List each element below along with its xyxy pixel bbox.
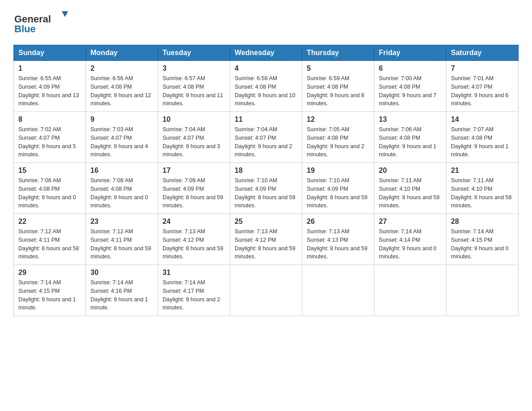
day-number: 29 bbox=[18, 269, 81, 277]
day-info: Sunrise: 7:10 AMSunset: 4:09 PMDaylight:… bbox=[307, 176, 369, 210]
calendar-day-cell: 7 Sunrise: 7:01 AMSunset: 4:07 PMDayligh… bbox=[446, 61, 519, 112]
day-number: 30 bbox=[90, 269, 153, 277]
page-header: General Blue bbox=[13, 9, 519, 36]
day-number: 20 bbox=[379, 167, 442, 175]
day-number: 23 bbox=[90, 218, 153, 226]
calendar-day-cell: 16 Sunrise: 7:08 AMSunset: 4:08 PMDaylig… bbox=[86, 163, 158, 214]
weekday-header-thursday: Thursday bbox=[302, 45, 374, 61]
calendar-day-cell: 30 Sunrise: 7:14 AMSunset: 4:16 PMDaylig… bbox=[86, 265, 158, 316]
day-info: Sunrise: 7:04 AMSunset: 4:07 PMDaylight:… bbox=[163, 125, 225, 159]
calendar-week-row: 22 Sunrise: 7:12 AMSunset: 4:11 PMDaylig… bbox=[14, 214, 519, 265]
calendar-day-cell bbox=[446, 265, 519, 316]
day-number: 19 bbox=[307, 167, 369, 175]
weekday-header-sunday: Sunday bbox=[14, 45, 86, 61]
calendar-week-row: 8 Sunrise: 7:02 AMSunset: 4:07 PMDayligh… bbox=[14, 112, 519, 163]
day-info: Sunrise: 7:09 AMSunset: 4:09 PMDaylight:… bbox=[163, 176, 225, 210]
calendar-day-cell: 5 Sunrise: 6:59 AMSunset: 4:08 PMDayligh… bbox=[302, 61, 374, 112]
day-info: Sunrise: 7:13 AMSunset: 4:13 PMDaylight:… bbox=[307, 227, 369, 261]
day-info: Sunrise: 6:57 AMSunset: 4:08 PMDaylight:… bbox=[163, 74, 225, 108]
calendar-table: SundayMondayTuesdayWednesdayThursdayFrid… bbox=[13, 45, 519, 316]
day-info: Sunrise: 7:12 AMSunset: 4:11 PMDaylight:… bbox=[18, 227, 81, 261]
calendar-day-cell: 28 Sunrise: 7:14 AMSunset: 4:15 PMDaylig… bbox=[446, 214, 519, 265]
day-number: 25 bbox=[235, 218, 297, 226]
weekday-header-monday: Monday bbox=[86, 45, 158, 61]
day-info: Sunrise: 7:10 AMSunset: 4:09 PMDaylight:… bbox=[235, 176, 297, 210]
day-number: 31 bbox=[163, 269, 225, 277]
calendar-day-cell: 13 Sunrise: 7:06 AMSunset: 4:08 PMDaylig… bbox=[374, 112, 446, 163]
day-number: 27 bbox=[379, 218, 442, 226]
day-number: 7 bbox=[451, 64, 514, 73]
day-info: Sunrise: 7:01 AMSunset: 4:07 PMDaylight:… bbox=[451, 74, 514, 108]
day-number: 28 bbox=[451, 218, 514, 226]
calendar-day-cell: 29 Sunrise: 7:14 AMSunset: 4:15 PMDaylig… bbox=[14, 265, 86, 316]
logo-svg: General Blue bbox=[13, 9, 72, 36]
calendar-day-cell: 11 Sunrise: 7:04 AMSunset: 4:07 PMDaylig… bbox=[230, 112, 302, 163]
logo: General Blue bbox=[13, 9, 72, 36]
weekday-header-friday: Friday bbox=[374, 45, 446, 61]
calendar-day-cell: 18 Sunrise: 7:10 AMSunset: 4:09 PMDaylig… bbox=[230, 163, 302, 214]
day-info: Sunrise: 6:58 AMSunset: 4:08 PMDaylight:… bbox=[235, 74, 297, 108]
day-number: 18 bbox=[235, 167, 297, 175]
day-info: Sunrise: 7:08 AMSunset: 4:08 PMDaylight:… bbox=[90, 176, 153, 210]
day-info: Sunrise: 7:11 AMSunset: 4:10 PMDaylight:… bbox=[451, 176, 514, 210]
calendar-day-cell: 26 Sunrise: 7:13 AMSunset: 4:13 PMDaylig… bbox=[302, 214, 374, 265]
calendar-day-cell: 17 Sunrise: 7:09 AMSunset: 4:09 PMDaylig… bbox=[158, 163, 230, 214]
day-number: 1 bbox=[18, 64, 81, 73]
day-info: Sunrise: 6:59 AMSunset: 4:08 PMDaylight:… bbox=[307, 74, 369, 108]
calendar-day-cell: 22 Sunrise: 7:12 AMSunset: 4:11 PMDaylig… bbox=[14, 214, 86, 265]
calendar-day-cell bbox=[302, 265, 374, 316]
calendar-day-cell: 19 Sunrise: 7:10 AMSunset: 4:09 PMDaylig… bbox=[302, 163, 374, 214]
calendar-header-row: SundayMondayTuesdayWednesdayThursdayFrid… bbox=[14, 45, 519, 61]
day-number: 26 bbox=[307, 218, 369, 226]
day-number: 15 bbox=[18, 167, 81, 175]
day-info: Sunrise: 7:08 AMSunset: 4:08 PMDaylight:… bbox=[18, 176, 81, 210]
day-info: Sunrise: 7:13 AMSunset: 4:12 PMDaylight:… bbox=[235, 227, 297, 261]
weekday-header-tuesday: Tuesday bbox=[158, 45, 230, 61]
day-info: Sunrise: 7:14 AMSunset: 4:16 PMDaylight:… bbox=[90, 278, 153, 312]
day-info: Sunrise: 7:06 AMSunset: 4:08 PMDaylight:… bbox=[379, 125, 442, 159]
calendar-week-row: 29 Sunrise: 7:14 AMSunset: 4:15 PMDaylig… bbox=[14, 265, 519, 316]
calendar-day-cell: 14 Sunrise: 7:07 AMSunset: 4:08 PMDaylig… bbox=[446, 112, 519, 163]
day-number: 22 bbox=[18, 218, 81, 226]
day-info: Sunrise: 7:02 AMSunset: 4:07 PMDaylight:… bbox=[18, 125, 81, 159]
svg-text:Blue: Blue bbox=[14, 23, 36, 34]
day-number: 13 bbox=[379, 116, 442, 124]
day-info: Sunrise: 7:12 AMSunset: 4:11 PMDaylight:… bbox=[90, 227, 153, 261]
calendar-day-cell: 27 Sunrise: 7:14 AMSunset: 4:14 PMDaylig… bbox=[374, 214, 446, 265]
calendar-day-cell: 4 Sunrise: 6:58 AMSunset: 4:08 PMDayligh… bbox=[230, 61, 302, 112]
day-info: Sunrise: 7:14 AMSunset: 4:17 PMDaylight:… bbox=[163, 278, 225, 312]
calendar-day-cell: 12 Sunrise: 7:05 AMSunset: 4:08 PMDaylig… bbox=[302, 112, 374, 163]
day-number: 10 bbox=[163, 116, 225, 124]
day-info: Sunrise: 6:56 AMSunset: 4:08 PMDaylight:… bbox=[90, 74, 153, 108]
day-info: Sunrise: 7:00 AMSunset: 4:08 PMDaylight:… bbox=[379, 74, 442, 108]
day-number: 16 bbox=[90, 167, 153, 175]
day-number: 14 bbox=[451, 116, 514, 124]
day-number: 9 bbox=[90, 116, 153, 124]
calendar-day-cell: 25 Sunrise: 7:13 AMSunset: 4:12 PMDaylig… bbox=[230, 214, 302, 265]
calendar-day-cell: 20 Sunrise: 7:11 AMSunset: 4:10 PMDaylig… bbox=[374, 163, 446, 214]
calendar-day-cell: 6 Sunrise: 7:00 AMSunset: 4:08 PMDayligh… bbox=[374, 61, 446, 112]
day-info: Sunrise: 7:13 AMSunset: 4:12 PMDaylight:… bbox=[163, 227, 225, 261]
day-info: Sunrise: 7:14 AMSunset: 4:14 PMDaylight:… bbox=[379, 227, 442, 261]
calendar-day-cell: 24 Sunrise: 7:13 AMSunset: 4:12 PMDaylig… bbox=[158, 214, 230, 265]
calendar-day-cell: 2 Sunrise: 6:56 AMSunset: 4:08 PMDayligh… bbox=[86, 61, 158, 112]
day-info: Sunrise: 7:14 AMSunset: 4:15 PMDaylight:… bbox=[18, 278, 81, 312]
day-info: Sunrise: 7:07 AMSunset: 4:08 PMDaylight:… bbox=[451, 125, 514, 159]
day-info: Sunrise: 7:05 AMSunset: 4:08 PMDaylight:… bbox=[307, 125, 369, 159]
calendar-week-row: 15 Sunrise: 7:08 AMSunset: 4:08 PMDaylig… bbox=[14, 163, 519, 214]
calendar-day-cell bbox=[374, 265, 446, 316]
day-info: Sunrise: 7:04 AMSunset: 4:07 PMDaylight:… bbox=[235, 125, 297, 159]
calendar-day-cell: 15 Sunrise: 7:08 AMSunset: 4:08 PMDaylig… bbox=[14, 163, 86, 214]
day-info: Sunrise: 7:11 AMSunset: 4:10 PMDaylight:… bbox=[379, 176, 442, 210]
calendar-day-cell: 21 Sunrise: 7:11 AMSunset: 4:10 PMDaylig… bbox=[446, 163, 519, 214]
calendar-day-cell: 3 Sunrise: 6:57 AMSunset: 4:08 PMDayligh… bbox=[158, 61, 230, 112]
day-number: 5 bbox=[307, 64, 369, 73]
day-number: 4 bbox=[235, 64, 297, 73]
svg-marker-1 bbox=[62, 11, 68, 17]
weekday-header-saturday: Saturday bbox=[446, 45, 519, 61]
day-number: 24 bbox=[163, 218, 225, 226]
day-number: 6 bbox=[379, 64, 442, 73]
day-info: Sunrise: 7:14 AMSunset: 4:15 PMDaylight:… bbox=[451, 227, 514, 261]
day-number: 21 bbox=[451, 167, 514, 175]
calendar-day-cell: 9 Sunrise: 7:03 AMSunset: 4:07 PMDayligh… bbox=[86, 112, 158, 163]
